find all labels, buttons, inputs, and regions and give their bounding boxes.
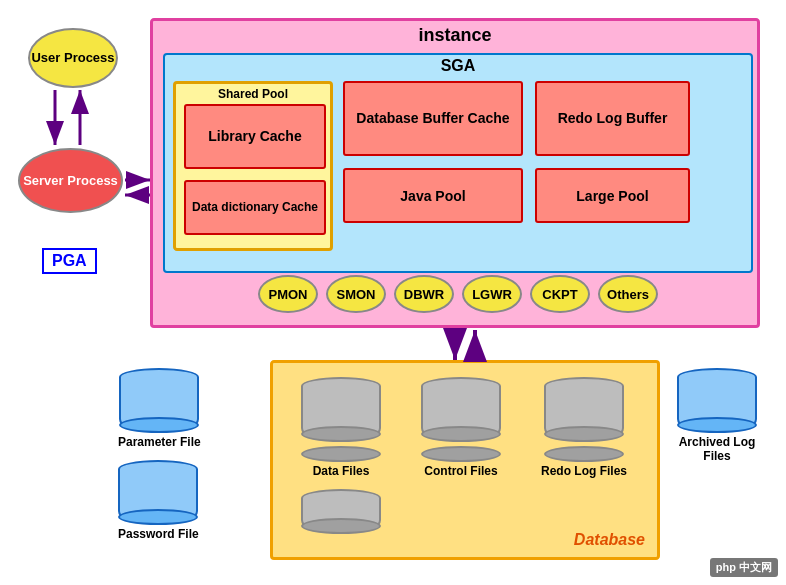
instance-title: instance — [153, 21, 757, 46]
large-pool-box: Large Pool — [535, 168, 690, 223]
redo-log-buffer-box: Redo Log Buffer — [535, 81, 690, 156]
shared-pool-box: Shared Pool Library Cache Data dictionar… — [173, 81, 333, 251]
database-buffer-cache-box: Database Buffer Cache — [343, 81, 523, 156]
database-label: Database — [574, 531, 645, 549]
parameter-file-cylinder — [119, 368, 199, 433]
data-files-label: Data Files — [301, 464, 381, 478]
redo-log-files-label: Redo Log Files — [541, 464, 627, 478]
control-files-label: Control Files — [421, 464, 501, 478]
ckpt-badge: CKPT — [530, 275, 590, 313]
others-badge: Others — [598, 275, 658, 313]
password-file-label: Password File — [118, 527, 199, 541]
shared-pool-title: Shared Pool — [176, 84, 330, 101]
cyl-bottom — [544, 426, 624, 442]
sga-title: SGA — [165, 55, 751, 75]
library-cache-box: Library Cache — [184, 104, 326, 169]
server-process: Server Process — [18, 148, 123, 213]
cyl-bottom2 — [544, 446, 624, 462]
data-files2-cylinder — [301, 489, 381, 534]
control-files-cylinder — [421, 377, 501, 462]
archived-log-files-label: Archived Log Files — [672, 435, 762, 463]
user-process: User Process — [28, 28, 118, 88]
processes-row: PMON SMON DBWR LGWR CKPT Others — [153, 275, 763, 313]
sga-box: SGA Shared Pool Library Cache Data dicti… — [163, 53, 753, 273]
cyl-bottom — [421, 426, 501, 442]
database-box: Data Files Control Files Redo Log Files — [270, 360, 660, 560]
cyl-bottom2 — [301, 446, 381, 462]
redo-log-files-cylinder — [541, 377, 627, 462]
cyl-bottom2 — [421, 446, 501, 462]
instance-box: instance SGA Shared Pool Library Cache D… — [150, 18, 760, 328]
pass-cyl-bottom — [118, 509, 198, 525]
java-pool-box: Java Pool — [343, 168, 523, 223]
password-file-cylinder — [118, 460, 198, 525]
archived-logs-cylinder — [677, 368, 757, 433]
archived-log-files-group: Archived Log Files — [672, 368, 762, 463]
data-files2-group — [301, 489, 381, 534]
arch-cyl-bottom — [677, 417, 757, 433]
data-dictionary-cache-box: Data dictionary Cache — [184, 180, 326, 235]
redo-log-files-group: Redo Log Files — [541, 377, 627, 478]
data-files-cylinder — [301, 377, 381, 462]
cyl-bottom — [301, 426, 381, 442]
parameter-file-group: Parameter File — [118, 368, 201, 449]
parameter-file-label: Parameter File — [118, 435, 201, 449]
pga-label: PGA — [42, 248, 97, 274]
php-logo: php 中文网 — [710, 558, 778, 577]
pmon-badge: PMON — [258, 275, 318, 313]
password-file-group: Password File — [118, 460, 199, 541]
lgwr-badge: LGWR — [462, 275, 522, 313]
control-files-group: Control Files — [421, 377, 501, 478]
main-diagram: User Process Server Process PGA instance… — [0, 0, 786, 585]
data-files-group: Data Files — [301, 377, 381, 478]
cyl-bottom3 — [301, 518, 381, 534]
param-cyl-bottom — [119, 417, 199, 433]
dbwr-badge: DBWR — [394, 275, 454, 313]
smon-badge: SMON — [326, 275, 386, 313]
